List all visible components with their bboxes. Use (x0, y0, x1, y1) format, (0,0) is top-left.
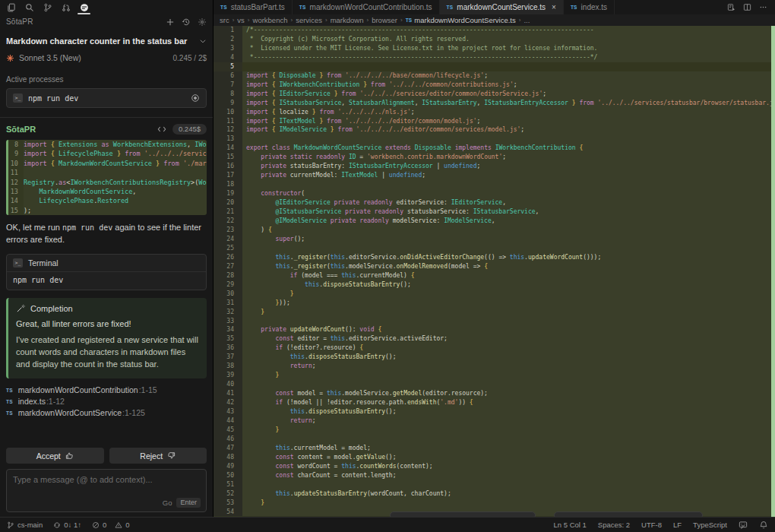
code-line-8[interactable]: 8import { IEditorService } from '../../.… (214, 90, 775, 99)
code-line-2[interactable]: 2 * Copyright (c) Microsoft Corporation.… (214, 35, 775, 44)
close-tab-icon[interactable]: × (552, 3, 556, 11)
code-line-18[interactable]: 18 (214, 180, 775, 189)
code-line-22[interactable]: 22 @IModelService private readonly model… (214, 217, 775, 226)
breadcrumb-item-browser[interactable]: browser (372, 16, 397, 24)
code-line-3[interactable]: 3 * Licensed under the MIT License. See … (214, 44, 775, 53)
code-line-14[interactable]: 14export class MarkdownWordCountService … (214, 144, 775, 153)
code-line-38[interactable]: 38 return; (214, 362, 775, 371)
breadcrumb-item-services[interactable]: services (296, 16, 322, 24)
breadcrumb-file[interactable]: markdownWordCountService.ts (414, 16, 515, 24)
new-task-icon[interactable] (166, 17, 175, 27)
code-line-25[interactable]: 25 (214, 244, 775, 253)
diff-code-block[interactable]: 8import { Extensions as WorkbenchExtensi… (6, 140, 207, 215)
code-line-1[interactable]: 1/*-------------------------------------… (214, 26, 775, 35)
code-line-15[interactable]: 15 private static readonly ID = 'workben… (214, 153, 775, 162)
floating-button[interactable] (554, 511, 703, 517)
code-line-52[interactable]: 52 this.updateStatusBarEntry(wordCount, … (214, 489, 775, 499)
code-editor[interactable]: 1/*-------------------------------------… (214, 26, 775, 517)
tab-statusBarPart.ts[interactable]: TSstatusBarPart.ts (214, 0, 293, 14)
code-line-21[interactable]: 21 @IStatusbarService private readonly s… (214, 207, 775, 217)
code-line-19[interactable]: 19 constructor( (214, 189, 775, 198)
code-line-44[interactable]: 44 return; (214, 416, 775, 426)
code-line-27[interactable]: 27 this._register(this.modelService.onMo… (214, 262, 775, 271)
branch-indicator[interactable]: cs-main (7, 521, 43, 529)
sota-icon[interactable] (79, 2, 89, 12)
file-reference-index.ts[interactable]: TSindex.ts:1-12 (6, 396, 207, 407)
code-line-51[interactable]: 51 (214, 480, 775, 489)
gear-icon[interactable] (198, 17, 207, 27)
breadcrumb-more[interactable]: ... (524, 16, 530, 24)
search-icon[interactable] (24, 2, 34, 12)
code-line-50[interactable]: 50 const charCount = content.length; (214, 471, 775, 480)
floating-button[interactable] (390, 511, 536, 517)
code-line-31[interactable]: 31 })); (214, 299, 775, 308)
bell-icon[interactable] (759, 521, 768, 530)
code-line-17[interactable]: 17 private currentModel: ITextModel | un… (214, 171, 775, 180)
message-input[interactable] (7, 470, 206, 496)
sync-indicator[interactable]: 0↓ 1↑ (53, 521, 81, 529)
go-label[interactable]: Go (163, 499, 172, 507)
file-reference-markdownWordCountService[interactable]: TSmarkdownWordCountService:1-125 (6, 407, 207, 419)
source-control-icon[interactable] (43, 2, 52, 12)
breadcrumb-item-vs[interactable]: vs (237, 16, 245, 24)
code-line-41[interactable]: 41 const model = this.modelService.getMo… (214, 389, 775, 398)
chevron-down-icon[interactable] (199, 34, 207, 48)
code-line-45[interactable]: 45 } (214, 426, 775, 435)
overview-ruler[interactable] (771, 26, 775, 517)
breadcrumb-item-src[interactable]: src (220, 16, 229, 24)
code-line-40[interactable]: 40 (214, 380, 775, 389)
run-editor-icon[interactable] (727, 1, 735, 14)
status-item[interactable]: LF (673, 521, 682, 529)
problems-indicator[interactable]: 0 0 (92, 521, 130, 529)
terminal-card-header[interactable]: >_ Terminal (7, 255, 206, 272)
status-item[interactable]: TypeScript (693, 521, 727, 529)
stop-process-icon[interactable] (191, 93, 200, 103)
code-line-36[interactable]: 36 if (!editor?.resource) { (214, 344, 775, 353)
code-line-12[interactable]: 12import { IModelService } from '../../.… (214, 125, 775, 135)
code-line-46[interactable]: 46 (214, 435, 775, 444)
accept-button[interactable]: Accept (6, 448, 104, 464)
code-line-4[interactable]: 4 *-------------------------------------… (214, 53, 775, 62)
code-line-28[interactable]: 28 if (model === this.currentModel) { (214, 271, 775, 280)
code-line-26[interactable]: 26 this._register(this.editorService.onD… (214, 253, 775, 262)
active-process-item[interactable]: >_ npm run dev (6, 88, 207, 108)
code-line-10[interactable]: 10import { localize } from '../../../../… (214, 108, 775, 117)
code-line-30[interactable]: 30 } (214, 290, 775, 299)
feedback-icon[interactable] (739, 521, 748, 530)
code-line-35[interactable]: 35 const editor = this.editorService.act… (214, 334, 775, 344)
code-line-47[interactable]: 47 this.currentModel = model; (214, 444, 775, 453)
status-item[interactable]: UTF-8 (641, 521, 662, 529)
tab-index.ts[interactable]: TSindex.ts (564, 0, 615, 14)
files-icon[interactable] (6, 2, 16, 12)
reject-button[interactable]: Reject (109, 448, 207, 464)
code-line-11[interactable]: 11import { ITextModel } from '../../../.… (214, 117, 775, 126)
status-item[interactable]: Spaces: 2 (598, 521, 630, 529)
code-line-16[interactable]: 16 private statusBarEntry: IStatusbarEnt… (214, 162, 775, 171)
code-line-5[interactable]: 5 (214, 62, 775, 71)
code-line-7[interactable]: 7import { IWorkbenchContribution } from … (214, 81, 775, 90)
code-line-20[interactable]: 20 @IEditorService private readonly edit… (214, 198, 775, 207)
more-actions-icon[interactable] (759, 1, 767, 14)
code-icon[interactable] (157, 125, 166, 134)
code-line-49[interactable]: 49 const wordCount = this.countWords(con… (214, 462, 775, 471)
code-line-23[interactable]: 23 ) { (214, 226, 775, 235)
breadcrumb-item-markdown[interactable]: markdown (331, 16, 364, 24)
tab-markdownWordCountContribution.ts[interactable]: TSmarkdownWordCountContribution.ts (293, 0, 440, 14)
code-line-43[interactable]: 43 this.disposeStatusBarEntry(); (214, 407, 775, 416)
code-line-29[interactable]: 29 this.disposeStatusBarEntry(); (214, 280, 775, 290)
pull-request-icon[interactable] (61, 2, 71, 12)
code-line-6[interactable]: 6import { Disposable } from '../../../..… (214, 71, 775, 81)
code-line-37[interactable]: 37 this.disposeStatusBarEntry(); (214, 353, 775, 362)
code-line-24[interactable]: 24 super(); (214, 235, 775, 244)
code-line-48[interactable]: 48 const content = model.getValue(); (214, 453, 775, 462)
code-line-34[interactable]: 34 private updateWordCount(): void { (214, 325, 775, 334)
code-line-53[interactable]: 53 } (214, 499, 775, 508)
tab-markdownCountService.ts[interactable]: TSmarkdownCountService.ts× (440, 0, 564, 14)
code-line-32[interactable]: 32 } (214, 308, 775, 317)
code-line-13[interactable]: 13 (214, 135, 775, 144)
history-icon[interactable] (182, 17, 191, 27)
code-line-42[interactable]: 42 if (!model || !editor.resource.path.e… (214, 398, 775, 407)
file-reference-markdownWordCountContribution[interactable]: TSmarkdownWordCountContribution:1-15 (6, 385, 207, 396)
split-editor-icon[interactable] (743, 1, 751, 14)
status-item[interactable]: Ln 5 Col 1 (554, 521, 587, 529)
